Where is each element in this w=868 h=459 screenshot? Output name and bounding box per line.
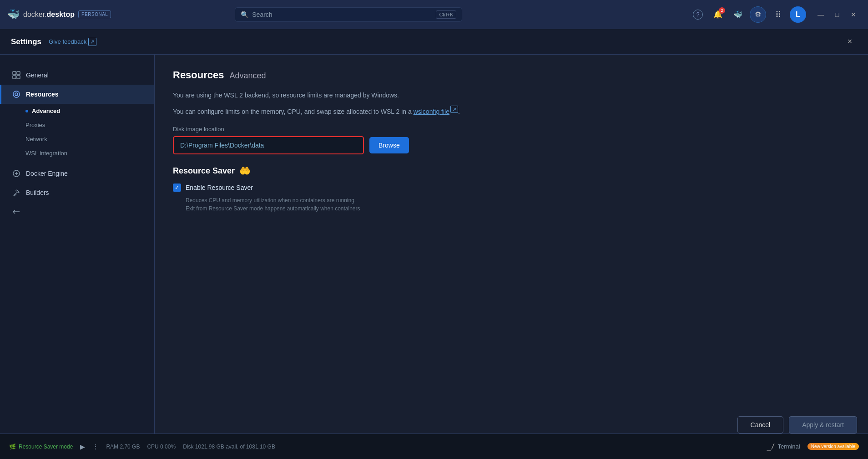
- logo-text: docker.desktop: [23, 10, 75, 19]
- wsl-label: WSL integration: [25, 150, 67, 157]
- minimize-icon: —: [818, 11, 824, 18]
- settings-close-button[interactable]: ×: [843, 35, 857, 49]
- minimize-button[interactable]: —: [813, 7, 828, 22]
- disk-location-row: Browse: [173, 136, 850, 154]
- leaf-icon: 🌿: [9, 444, 16, 450]
- advanced-label: Advanced: [32, 107, 60, 114]
- maximize-button[interactable]: □: [830, 7, 844, 22]
- sidebar-item-general[interactable]: General: [0, 66, 154, 85]
- close-window-icon: ✕: [851, 11, 856, 18]
- content-area: Resources Advanced You are using the WSL…: [155, 55, 868, 434]
- wslconfig-link[interactable]: wslconfig file: [414, 108, 449, 115]
- window-controls: — □ ✕: [813, 7, 861, 22]
- grid-button[interactable]: ⠿: [770, 6, 786, 23]
- general-icon: [12, 71, 20, 79]
- disk-stat: Disk 1021.98 GB avail. of 1081.10 GB: [183, 444, 275, 450]
- help-button[interactable]: ?: [690, 6, 706, 23]
- cancel-button[interactable]: Cancel: [737, 416, 784, 434]
- sidebar-item-builders-label: Builders: [26, 189, 49, 196]
- search-icon: 🔍: [241, 11, 248, 18]
- sidebar-item-more[interactable]: [0, 202, 154, 221]
- enable-resource-saver-row: ✓ Enable Resource Saver: [173, 184, 850, 192]
- wsl-description: You are using the WSL 2 backend, so reso…: [173, 90, 482, 100]
- svg-point-4: [13, 91, 20, 97]
- close-window-button[interactable]: ✕: [846, 7, 861, 22]
- user-avatar-button[interactable]: L: [790, 6, 806, 23]
- sidebar-item-builders[interactable]: Builders: [0, 183, 154, 202]
- search-bar[interactable]: 🔍 Search Ctrl+K: [235, 7, 462, 22]
- ram-stat: RAM 2.70 GB: [106, 444, 140, 450]
- svg-rect-3: [17, 76, 20, 79]
- settings-title: Settings: [11, 37, 41, 46]
- sidebar-item-resources[interactable]: Resources: [0, 85, 154, 104]
- main-content: General Resources Advanced Proxies Netwo…: [0, 55, 868, 434]
- new-version-badge[interactable]: New version available: [807, 443, 859, 450]
- docker-engine-icon: [12, 169, 20, 178]
- moby-icon: 🐳: [733, 10, 742, 19]
- sidebar-item-general-label: General: [26, 71, 49, 79]
- resource-saver-status: 🌿 Resource Saver mode: [9, 444, 73, 450]
- sidebar-sub-wsl[interactable]: WSL integration: [25, 146, 154, 160]
- play-icon: ▶: [80, 443, 85, 450]
- question-icon: ?: [693, 10, 703, 20]
- enable-resource-saver-checkbox[interactable]: ✓: [173, 184, 181, 192]
- more-icon: ⋮: [92, 443, 99, 450]
- page-title: Resources: [173, 69, 224, 81]
- sidebar-sub-network[interactable]: Network: [25, 132, 154, 146]
- docker-whale-icon: 🐳: [7, 9, 20, 20]
- settings-bar: Settings Give feedback ↗ ×: [0, 29, 868, 55]
- network-label: Network: [25, 136, 47, 143]
- sidebar-sub-proxies[interactable]: Proxies: [25, 118, 154, 132]
- sidebar-item-docker-engine[interactable]: Docker Engine: [0, 164, 154, 183]
- personal-badge: PERSONAL: [78, 10, 111, 18]
- wslconfig-description: You can configure limits on the memory, …: [173, 106, 482, 117]
- give-feedback-link[interactable]: Give feedback ↗: [49, 38, 96, 46]
- notifications-button[interactable]: 🔔 2: [710, 6, 726, 23]
- close-icon: ×: [848, 37, 853, 46]
- logo-area: 🐳 docker.desktop PERSONAL: [7, 9, 111, 20]
- svg-point-5: [15, 93, 18, 96]
- topbar: 🐳 docker.desktop PERSONAL 🔍 Search Ctrl+…: [0, 0, 868, 29]
- terminal-button[interactable]: _/ Terminal: [767, 443, 800, 451]
- terminal-arrow-icon: _/: [767, 443, 775, 451]
- sidebar-sub-menu: Advanced Proxies Network WSL integration: [0, 104, 154, 160]
- cpu-stat: CPU 0.00%: [147, 444, 176, 450]
- resource-saver-header: Resource Saver 🤲: [173, 165, 850, 176]
- resource-saver-desc: Reduces CPU and memory utilization when …: [186, 196, 459, 213]
- notification-badge: 2: [719, 7, 725, 14]
- topbar-icons: ? 🔔 2 🐳 ⚙ ⠿ L — □ ✕: [690, 6, 861, 23]
- sidebar-item-docker-engine-label: Docker Engine: [26, 170, 68, 177]
- disk-location-input[interactable]: [173, 136, 364, 154]
- external-link-icon-small: ↗: [450, 106, 458, 113]
- action-buttons-bar: Cancel Apply & restart: [737, 416, 857, 434]
- page-subtitle: Advanced: [230, 71, 266, 81]
- external-link-icon: ↗: [88, 38, 96, 46]
- sidebar-sub-advanced[interactable]: Advanced: [25, 104, 154, 118]
- search-placeholder: Search: [252, 11, 272, 18]
- status-bar-right: _/ Terminal New version available: [767, 443, 859, 451]
- svg-rect-2: [13, 76, 16, 79]
- apply-restart-button[interactable]: Apply & restart: [789, 416, 857, 434]
- settings-gear-button[interactable]: ⚙: [750, 6, 766, 23]
- resource-saver-title: Resource Saver: [173, 166, 235, 176]
- moby-button[interactable]: 🐳: [730, 6, 746, 23]
- resources-icon: [12, 90, 20, 98]
- svg-rect-0: [13, 71, 16, 75]
- resource-saver-icon: 🤲: [239, 165, 251, 176]
- maximize-icon: □: [835, 11, 839, 18]
- search-shortcut: Ctrl+K: [436, 10, 456, 19]
- play-button[interactable]: ▶: [80, 443, 85, 450]
- gear-icon: ⚙: [755, 10, 761, 19]
- enable-resource-saver-label: Enable Resource Saver: [186, 184, 253, 191]
- active-dot: [25, 110, 28, 112]
- grid-icon: ⠿: [775, 10, 781, 20]
- more-menu-button[interactable]: ⋮: [92, 443, 99, 450]
- disk-location-label: Disk image location: [173, 126, 850, 133]
- sidebar-item-resources-label: Resources: [26, 91, 59, 98]
- status-bar: 🌿 Resource Saver mode ▶ ⋮ RAM 2.70 GB CP…: [0, 434, 868, 459]
- builders-icon: [12, 189, 20, 197]
- browse-button[interactable]: Browse: [369, 137, 409, 153]
- page-header: Resources Advanced: [173, 69, 850, 81]
- status-bar-left: 🌿 Resource Saver mode ▶ ⋮ RAM 2.70 GB CP…: [9, 443, 760, 450]
- svg-rect-1: [17, 71, 20, 75]
